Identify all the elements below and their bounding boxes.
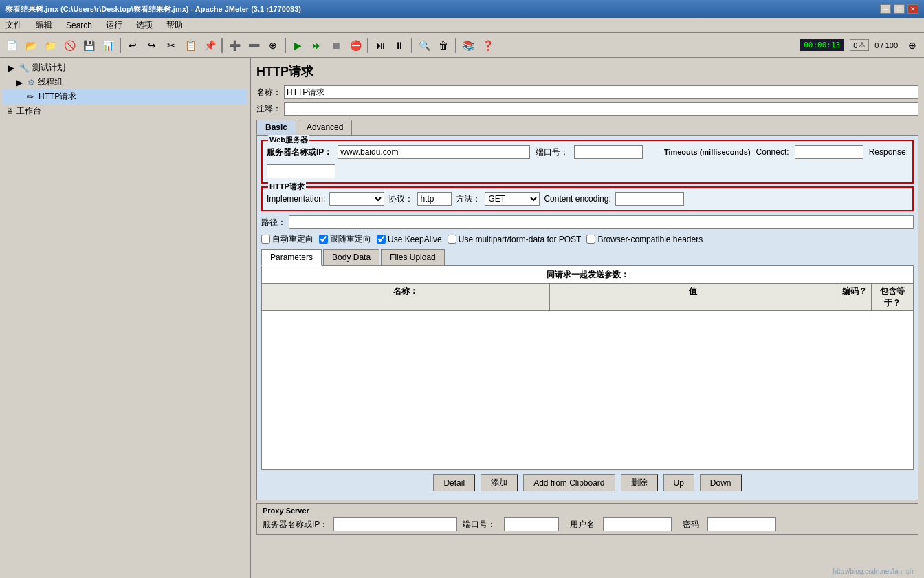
down-button[interactable]: Down [700,474,742,491]
path-input[interactable] [289,215,914,229]
server-input[interactable] [338,145,530,159]
search-button[interactable]: 🔍 [415,36,433,54]
cb-browser-compat[interactable]: Browser-compatible headers [586,235,703,244]
cb-multipart[interactable]: Use multipart/form-data for POST [448,235,582,244]
menu-run[interactable]: 运行 [103,19,125,32]
menu-options[interactable]: 选项 [133,19,155,32]
http-panel: HTTP请求 名称： 注释： Basic Advanced Web服务器 [256,63,918,535]
up-button[interactable]: Up [663,474,694,491]
warning-count: 0 [853,41,857,50]
proxy-pwd-label: 密码 [683,519,699,531]
web-server-label: Web服务器 [268,135,309,145]
name-label: 名称： [256,87,284,98]
impl-select[interactable]: HttpClient3.1 HttpClient4 Java [329,192,384,206]
impl-label: Implementation: [267,194,325,204]
function-helper-button[interactable]: 📚 [459,36,477,54]
stop-run-button[interactable]: ⏹ [327,36,345,54]
open-button[interactable]: 📂 [22,36,40,54]
connect-input[interactable] [795,145,864,159]
name-input[interactable] [284,85,918,99]
sidebar-item-http-request[interactable]: ✏ HTTP请求 [3,89,247,104]
proxy-pwd-input[interactable] [707,517,776,531]
tab-advanced[interactable]: Advanced [298,120,352,135]
expand-button[interactable]: ➕ [226,36,243,54]
delete-button[interactable]: 删除 [621,474,658,491]
menu-help[interactable]: 帮助 [164,19,186,32]
new-button[interactable]: 📄 [3,36,21,54]
paste-button[interactable]: 📌 [201,36,219,54]
proxy-port-input[interactable] [504,517,559,531]
start-no-pause-button[interactable]: ⏭ [308,36,326,54]
shutdown-button[interactable]: ⛔ [346,36,364,54]
sub-tab-parameters[interactable]: Parameters [261,249,322,266]
proxy-row: 服务器名称或IP： 端口号： 用户名 密码 [263,517,912,531]
redo-button[interactable]: ↪ [143,36,161,54]
comment-input[interactable] [284,102,918,116]
proxy-section: Proxy Server 服务器名称或IP： 端口号： 用户名 密码 [256,503,918,535]
close-button[interactable]: ✕ [908,4,918,14]
path-label: 路径： [261,217,286,228]
start-button[interactable]: ▶ [289,36,307,54]
encoding-input[interactable] [615,192,684,206]
stop-button[interactable]: 🚫 [60,36,78,54]
menu-bar: 文件 编辑 Search 运行 选项 帮助 [0,18,924,33]
content-area: HTTP请求 名称： 注释： Basic Advanced Web服务器 [251,58,924,578]
minimize-button[interactable]: ─ [880,4,891,14]
help-button[interactable]: ❓ [478,36,496,54]
menu-search[interactable]: Search [63,20,95,31]
sidebar-item-test-plan[interactable]: ▶ 🔧 测试计划 [3,61,247,75]
save-as-button[interactable]: 📊 [99,36,117,54]
save-button[interactable]: 💾 [80,36,98,54]
timeouts-label: Timeouts (milliseconds) [664,148,751,156]
web-server-section: Web服务器 服务器名称或IP： 端口号： Timeouts (millisec… [261,140,914,184]
connect-label: Connect: [756,147,789,157]
port-input[interactable] [574,145,643,159]
remote-stop-button[interactable]: ⏸ [390,36,408,54]
remote-start-button[interactable]: ⏯ [371,36,389,54]
response-input[interactable] [267,164,336,178]
sep6 [455,38,456,53]
detail-button[interactable]: Detail [433,474,475,491]
response-label: Response: [869,147,908,157]
tree-expand-icon: ▶ [6,63,16,74]
http-request-section: HTTP请求 Implementation: HttpClient3.1 Htt… [261,186,914,211]
copy-button[interactable]: 📋 [182,36,199,54]
zoom-button[interactable]: ⊕ [264,36,282,54]
sidebar-item-workbench[interactable]: 🖥 工作台 [3,104,247,118]
menu-file[interactable]: 文件 [3,19,25,32]
cb-auto-redirect[interactable]: 自动重定向 [261,233,314,245]
name-row: 名称： [256,85,918,99]
thread-config-button[interactable]: ⊕ [903,36,921,54]
method-select[interactable]: GET POST PUT DELETE PATCH HEAD OPTIONS T… [485,192,540,206]
collapse-button[interactable]: ➖ [245,36,263,54]
cb-keepalive[interactable]: Use KeepAlive [377,235,442,244]
protocol-input[interactable] [417,192,452,206]
add-clipboard-button[interactable]: Add from Clipboard [523,474,615,491]
sub-tab-files-upload[interactable]: Files Upload [381,249,445,265]
close-file-button[interactable]: 📁 [41,36,59,54]
undo-button[interactable]: ↩ [124,36,142,54]
maximize-button[interactable]: □ [894,4,905,14]
tab-basic[interactable]: Basic [256,120,296,135]
comment-row: 注释： [256,102,918,116]
proxy-server-input[interactable] [333,517,457,531]
cb-multipart-label: Use multipart/form-data for POST [459,235,582,244]
clear-button[interactable]: 🗑 [434,36,452,54]
title-controls: ─ □ ✕ [880,4,918,14]
thread-group-label: 线程组 [38,76,63,88]
add-button[interactable]: 添加 [481,474,518,491]
proxy-user-input[interactable] [603,517,672,531]
workbench-label: 工作台 [16,105,41,117]
checkbox-row: 自动重定向 跟随重定向 Use KeepAlive Use multipart/… [261,233,914,245]
path-row: 路径： [261,215,914,229]
cut-button[interactable]: ✂ [162,36,180,54]
sep1 [120,38,121,53]
sidebar-item-thread-group[interactable]: ▶ ⚙ 线程组 [3,75,247,89]
proxy-server-label: 服务器名称或IP： [263,519,328,531]
cb-follow-redirect[interactable]: 跟随重定向 [319,233,371,245]
sub-tab-body-data[interactable]: Body Data [323,249,380,265]
menu-edit[interactable]: 编辑 [33,19,55,32]
params-header: 名称： 值 编码？ 包含等于？ [262,284,913,311]
sep3 [285,38,286,53]
watermark: http://blog.csdn.net/lan_shi_ [833,568,918,575]
